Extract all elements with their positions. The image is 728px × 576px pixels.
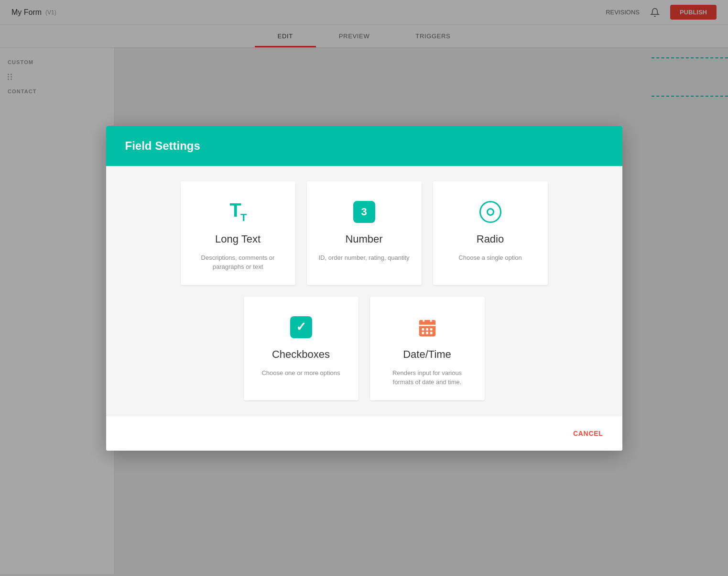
long-text-desc: Descriptions, comments or paragraphs or … [192, 253, 284, 272]
field-card-datetime[interactable]: Date/Time Renders input for various form… [370, 297, 485, 400]
field-card-checkboxes[interactable]: ✓ Checkboxes Choose one or more options [244, 297, 359, 400]
datetime-name: Date/Time [403, 348, 451, 361]
radio-icon [479, 199, 501, 225]
modal-overlay: Field Settings TT Long Text Descriptions… [0, 0, 728, 576]
field-card-radio[interactable]: Radio Choose a single option [433, 181, 548, 285]
svg-rect-5 [426, 328, 428, 330]
svg-rect-9 [430, 332, 432, 334]
field-row-2: ✓ Checkboxes Choose one or more options [125, 297, 603, 400]
checkbox-icon: ✓ [290, 314, 312, 341]
datetime-icon [416, 314, 438, 341]
field-card-number[interactable]: 3 Number ID, order number, rating, quant… [307, 181, 422, 285]
long-text-name: Long Text [215, 233, 261, 245]
svg-rect-8 [426, 332, 428, 334]
field-type-grid: TT Long Text Descriptions, comments or p… [125, 181, 603, 400]
radio-desc: Choose a single option [458, 253, 522, 263]
svg-rect-7 [422, 332, 424, 334]
modal-body: TT Long Text Descriptions, comments or p… [106, 166, 622, 416]
long-text-icon: TT [230, 199, 246, 225]
modal-title: Field Settings [125, 139, 603, 153]
modal-footer: CANCEL [106, 416, 622, 451]
checkboxes-name: Checkboxes [272, 348, 330, 361]
field-settings-modal: Field Settings TT Long Text Descriptions… [106, 126, 622, 451]
cancel-button[interactable]: CANCEL [573, 426, 603, 441]
field-card-long-text[interactable]: TT Long Text Descriptions, comments or p… [181, 181, 295, 285]
number-desc: ID, order number, rating, quantity [318, 253, 409, 263]
svg-rect-4 [422, 328, 424, 330]
checkboxes-desc: Choose one or more options [261, 368, 340, 378]
datetime-desc: Renders input for various formats of dat… [381, 368, 473, 387]
field-row-1: TT Long Text Descriptions, comments or p… [125, 181, 603, 285]
svg-rect-6 [430, 328, 432, 330]
modal-header: Field Settings [106, 126, 622, 166]
number-name: Number [345, 233, 382, 245]
radio-name: Radio [477, 233, 504, 245]
number-icon: 3 [353, 199, 375, 225]
